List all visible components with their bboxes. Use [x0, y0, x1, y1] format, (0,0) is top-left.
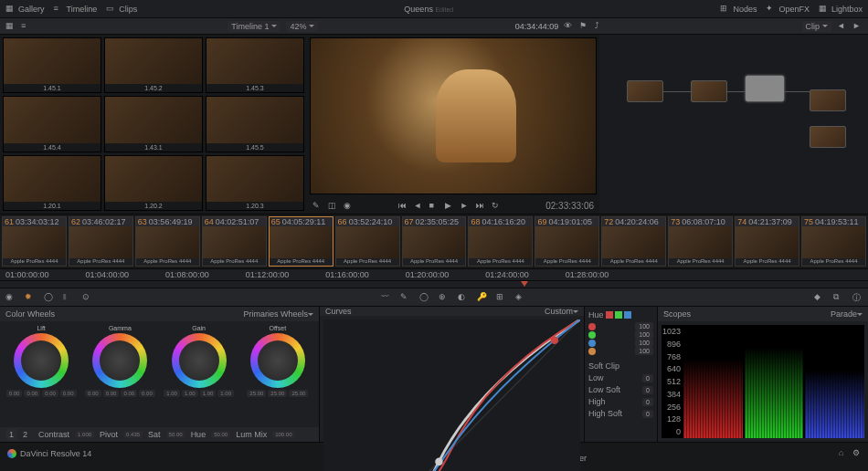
- window-icon[interactable]: ◯: [419, 292, 429, 302]
- nodes-tab[interactable]: ⊞Nodes: [720, 4, 757, 14]
- timeline-clip[interactable]: 6404:02:51:07Apple ProRes 4444: [202, 216, 267, 267]
- node-2[interactable]: [691, 80, 727, 102]
- stop-icon[interactable]: ■: [429, 201, 439, 211]
- timeline-clip[interactable]: 7504:19:53:11Apple ProRes 4444: [801, 216, 866, 267]
- primaries-mode[interactable]: Primaries Wheels: [243, 309, 308, 319]
- master-timecode: 04:34:44:09: [515, 22, 559, 31]
- timeline-select[interactable]: Timeline 1: [228, 21, 281, 32]
- share-icon[interactable]: ⤴: [595, 21, 605, 31]
- timeline-clip[interactable]: 6904:19:01:05Apple ProRes 4444: [535, 216, 599, 267]
- sizing-icon[interactable]: ⊞: [496, 292, 506, 302]
- timeline-clip[interactable]: 7204:20:24:06Apple ProRes 4444: [601, 216, 666, 267]
- eye-icon[interactable]: 👁: [564, 21, 574, 31]
- node-5[interactable]: [810, 126, 846, 148]
- timeline-ruler[interactable]: 01:00:00:0001:04:00:0001:08:00:0001:12:0…: [0, 268, 868, 281]
- info-icon[interactable]: ⓘ: [852, 292, 863, 302]
- color-wheel-gamma[interactable]: Gamma0.000.000.000.00: [82, 325, 157, 424]
- app-logo-icon: [7, 449, 16, 458]
- timeline-clip[interactable]: 6702:35:05:25Apple ProRes 4444: [402, 216, 467, 267]
- arrow-right-icon[interactable]: ►: [852, 21, 863, 31]
- still-thumb[interactable]: 1.20.2: [104, 155, 203, 211]
- node-graph[interactable]: [599, 35, 868, 214]
- still-thumb[interactable]: 1.45.1: [3, 37, 101, 93]
- timeline-clip[interactable]: 6303:56:49:19Apple ProRes 4444: [135, 216, 200, 267]
- tracker-icon[interactable]: ⊕: [439, 292, 449, 302]
- curves-panel: CurvesCustom: [320, 307, 585, 442]
- qualifier-row[interactable]: 100: [588, 347, 653, 355]
- camera-raw-icon[interactable]: ◉: [5, 292, 16, 302]
- timeline-icon: ≡: [54, 4, 64, 14]
- still-thumb[interactable]: 1.45.5: [206, 96, 304, 152]
- page-1[interactable]: 1: [5, 429, 17, 440]
- split-icon[interactable]: ◫: [328, 201, 338, 211]
- still-thumb[interactable]: 1.45.2: [104, 37, 203, 93]
- node-3[interactable]: [746, 76, 784, 101]
- timeline-clip[interactable]: 6203:46:02:17Apple ProRes 4444: [69, 216, 133, 267]
- bars-icon[interactable]: ⦀: [63, 292, 73, 302]
- timeline-clip[interactable]: 6504:05:29:11Apple ProRes 4444: [269, 216, 333, 267]
- parade-scope: 10238967686405123842561280: [662, 325, 864, 438]
- scopes-panel: ScopesParade 10238967686405123842561280: [658, 307, 868, 442]
- flag-icon[interactable]: ⚑: [579, 21, 589, 31]
- loop-icon[interactable]: ↻: [492, 201, 502, 211]
- timeline-clip[interactable]: 6603:52:24:10Apple ProRes 4444: [335, 216, 400, 267]
- still-thumb[interactable]: 1.20.3: [206, 155, 304, 211]
- clips-tab[interactable]: ▭Clips: [106, 4, 137, 14]
- viewer-panel: ✎ ◫ ◉ ⏮ ◄ ■ ▶ ► ⏭ ↻ 02:33:33:06: [307, 35, 599, 214]
- qualifier-row[interactable]: 100: [588, 339, 653, 347]
- curves-graph[interactable]: [323, 319, 580, 471]
- color-wheel-offset[interactable]: Offset25.0025.0025.00: [240, 325, 315, 424]
- gallery-tab[interactable]: ▦Gallery: [5, 4, 45, 14]
- openfx-tab[interactable]: ✦OpenFX: [766, 4, 810, 14]
- curves-mode[interactable]: Custom: [545, 307, 573, 316]
- grid-icon[interactable]: ▦: [5, 21, 16, 31]
- color-wheel-lift[interactable]: Lift0.000.000.000.00: [4, 325, 79, 424]
- key-icon[interactable]: 🔑: [477, 292, 487, 302]
- wheels-icon[interactable]: ◯: [44, 292, 54, 302]
- timeline-clip[interactable]: 6103:34:03:12Apple ProRes 4444: [2, 216, 67, 267]
- prev-icon[interactable]: ◄: [414, 201, 424, 211]
- blur-icon[interactable]: ◐: [458, 292, 468, 302]
- timeline-clip[interactable]: 7306:08:07:10Apple ProRes 4444: [668, 216, 733, 267]
- qualifier-row[interactable]: 100: [588, 322, 653, 330]
- keyframes-icon[interactable]: ◆: [814, 292, 824, 302]
- scopes-icon[interactable]: ⧉: [833, 292, 843, 302]
- zoom-select[interactable]: 42%: [286, 21, 318, 32]
- clip-select[interactable]: Clip: [802, 21, 832, 32]
- highlight-icon[interactable]: ◉: [344, 201, 354, 211]
- next-icon[interactable]: ►: [460, 201, 471, 211]
- last-frame-icon[interactable]: ⏭: [476, 201, 486, 211]
- timeline-clip[interactable]: 6804:16:16:20Apple ProRes 4444: [468, 216, 533, 267]
- home-icon[interactable]: ⌂: [839, 448, 847, 458]
- log-icon[interactable]: ⊙: [82, 292, 92, 302]
- playhead-icon[interactable]: [521, 281, 528, 287]
- timeline-scrubber[interactable]: [0, 281, 868, 288]
- color-wheels-panel: Color WheelsPrimaries Wheels Lift0.000.0…: [0, 307, 320, 442]
- viewer-screen[interactable]: [310, 37, 597, 194]
- still-thumb[interactable]: 1.45.4: [3, 96, 101, 152]
- parade-red: [683, 325, 743, 438]
- still-thumb[interactable]: 1.45.3: [206, 37, 304, 93]
- still-thumb[interactable]: 1.43.1: [104, 96, 203, 152]
- node-1[interactable]: [627, 80, 663, 102]
- color-match-icon[interactable]: ✹: [25, 292, 35, 302]
- scopes-mode[interactable]: Parade: [831, 309, 857, 319]
- timeline-tab[interactable]: ≡Timeline: [54, 4, 98, 14]
- color-wheels-title: Color Wheels: [5, 309, 55, 319]
- color-wheel-gain[interactable]: Gain1.001.001.001.00: [162, 325, 237, 424]
- first-frame-icon[interactable]: ⏮: [398, 201, 408, 211]
- timeline-clip[interactable]: 7404:21:37:09Apple ProRes 4444: [735, 216, 799, 267]
- list-icon[interactable]: ≡: [21, 21, 31, 31]
- curves-tool-icon[interactable]: 〰: [381, 292, 391, 302]
- lightbox-tab[interactable]: ▦Lightbox: [819, 4, 863, 14]
- 3d-icon[interactable]: ◈: [515, 292, 525, 302]
- settings-icon[interactable]: ⚙: [852, 448, 861, 458]
- arrow-left-icon[interactable]: ◄: [837, 21, 847, 31]
- play-icon[interactable]: ▶: [445, 201, 455, 211]
- page-2[interactable]: 2: [23, 430, 27, 439]
- still-thumb[interactable]: 1.20.1: [3, 155, 101, 211]
- qualifier-icon[interactable]: ✎: [312, 201, 323, 211]
- qualifier-tool-icon[interactable]: ✎: [400, 292, 410, 302]
- qualifier-row[interactable]: 100: [588, 330, 653, 339]
- node-4[interactable]: [810, 89, 846, 111]
